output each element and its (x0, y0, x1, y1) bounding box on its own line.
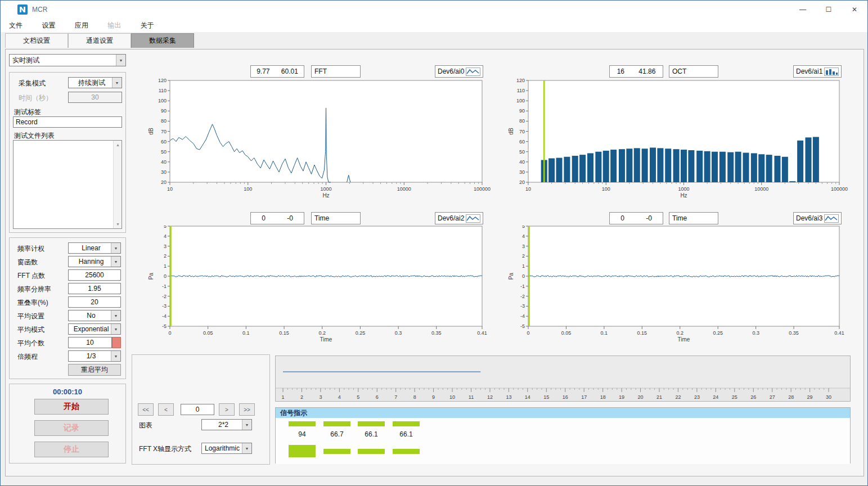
time-chart-ai3[interactable]: -5-4-3-2-101234500.050.10.150.20.250.30.… (507, 226, 853, 346)
freq-weighting-value: Linear (69, 244, 111, 252)
svg-text:120: 120 (516, 79, 525, 83)
page-prev-button[interactable]: < (158, 403, 174, 416)
time1-device-name: Dev6/ai2 (438, 214, 464, 222)
avg-setting-select[interactable]: No ▼ (68, 310, 121, 321)
svg-text:0.35: 0.35 (431, 330, 442, 336)
tab-data-acquisition[interactable]: 数据采集 (131, 33, 194, 48)
record-button: 记录 (34, 420, 109, 436)
avg-count-input[interactable] (68, 337, 112, 348)
minimize-button[interactable]: — (790, 1, 816, 19)
time1-type-box[interactable]: Time (311, 212, 361, 224)
svg-text:20: 20 (519, 179, 525, 185)
page-next-button[interactable]: > (219, 403, 235, 416)
menu-item-file[interactable]: 文件 (1, 19, 31, 33)
fft-type-box[interactable]: FFT (311, 65, 361, 78)
svg-text:13: 13 (506, 394, 511, 400)
avg-mode-select[interactable]: Exponential ▼ (68, 323, 121, 335)
time1-device-box[interactable]: Dev6/ai2 (435, 212, 483, 224)
time2-cursor-y: -0 (646, 214, 652, 222)
record-timeline-strip[interactable]: 1234567891011121314151617181920212223242… (275, 356, 851, 402)
svg-text:16: 16 (563, 394, 568, 400)
scroll-down-icon[interactable]: ▼ (114, 220, 122, 228)
page-first-button[interactable]: << (138, 403, 154, 416)
svg-text:11: 11 (469, 394, 474, 400)
oct-device-box[interactable]: Dev6/ai1 (793, 65, 842, 78)
time-chart-ai2[interactable]: -5-4-3-2-101234500.050.10.150.20.250.30.… (136, 226, 496, 346)
svg-text:-1: -1 (520, 284, 525, 289)
svg-text:20: 20 (161, 179, 167, 185)
scroll-up-icon[interactable]: ▲ (114, 141, 122, 149)
avg-setting-label: 平均设置 (17, 312, 44, 321)
svg-text:80: 80 (519, 118, 525, 124)
octave-chart[interactable]: 2030405060708090100110120101001000100001… (507, 79, 853, 201)
signal-meter (289, 421, 316, 426)
svg-text:1000: 1000 (320, 186, 331, 192)
avg-mode-label: 平均模式 (17, 325, 44, 335)
file-list-scrollbar[interactable]: ▲ ▼ (113, 141, 122, 228)
acq-mode-select[interactable]: 持续测试 ▼ (68, 77, 122, 88)
fft-points-input[interactable] (68, 269, 121, 281)
overlap-input[interactable] (68, 296, 121, 308)
close-button[interactable]: ✕ (842, 1, 867, 19)
fft-cursor-readout: 9.77 60.01 (250, 65, 304, 78)
menu-item-about[interactable]: 关于 (132, 19, 163, 33)
fft-points-label: FFT 点数 (17, 271, 45, 281)
menu-item-settings[interactable]: 设置 (33, 19, 64, 33)
test-file-list[interactable]: ▲ ▼ (13, 140, 122, 229)
test-label-input[interactable] (13, 116, 122, 128)
avg-mode-value: Exponential (69, 325, 111, 333)
fft-chart[interactable]: 2030405060708090100110120101001000100001… (136, 79, 496, 201)
bar-chart-icon (824, 68, 839, 76)
fft-device-box[interactable]: Dev6/ai0 (435, 65, 483, 78)
signal-meter (358, 421, 385, 426)
svg-text:25: 25 (732, 394, 737, 400)
svg-text:27: 27 (770, 394, 775, 400)
freq-weighting-select[interactable]: Linear ▼ (68, 242, 121, 254)
page-number-input[interactable] (181, 404, 214, 415)
octave-select[interactable]: 1/3 ▼ (68, 350, 121, 362)
chevron-down-icon: ▼ (111, 351, 120, 361)
svg-text:100: 100 (602, 186, 610, 192)
svg-text:Time: Time (320, 336, 332, 343)
tab-document-settings[interactable]: 文档设置 (5, 33, 68, 48)
svg-text:2: 2 (300, 394, 303, 400)
svg-text:50: 50 (519, 149, 525, 155)
svg-text:Time: Time (678, 336, 690, 343)
svg-text:23: 23 (694, 394, 700, 400)
test-mode-select[interactable]: 实时测试 ▼ (9, 54, 126, 66)
chevron-down-icon: ▼ (242, 443, 251, 453)
start-button[interactable]: 开始 (34, 399, 109, 415)
svg-text:7: 7 (394, 394, 397, 400)
svg-text:-2: -2 (162, 294, 167, 299)
svg-text:17: 17 (581, 394, 587, 400)
window-function-label: 窗函数 (17, 258, 38, 267)
fft-cursor-y: 60.01 (281, 68, 298, 75)
window-function-select[interactable]: Hanning ▼ (68, 256, 121, 267)
time2-type-box[interactable]: Time (669, 212, 718, 224)
svg-text:100: 100 (158, 98, 167, 104)
menu-bar: 文件 设置 应用 输出 关于 (1, 19, 867, 32)
signal-value: 66.1 (393, 430, 420, 438)
fft-axis-mode-select[interactable]: Logarithmic ▼ (201, 443, 252, 454)
svg-text:10: 10 (449, 394, 455, 400)
tab-channel-settings[interactable]: 通道设置 (68, 33, 131, 48)
svg-text:14: 14 (525, 394, 530, 400)
chart-layout-label: 图表 (139, 421, 152, 430)
chart-layout-select[interactable]: 2*2 ▼ (201, 419, 252, 430)
svg-text:0.1: 0.1 (601, 330, 608, 336)
restart-average-button[interactable]: 重启平均 (68, 364, 121, 376)
octave-label: 倍频程 (17, 352, 38, 362)
svg-text:26: 26 (750, 394, 756, 400)
page-last-button[interactable]: >> (239, 403, 255, 416)
line-chart-icon (466, 68, 480, 76)
avg-count-status-indicator (112, 337, 121, 348)
freq-resolution-input[interactable] (68, 283, 121, 294)
maximize-button[interactable]: ☐ (816, 1, 842, 19)
menu-item-application[interactable]: 应用 (66, 19, 97, 33)
svg-text:110: 110 (517, 88, 525, 93)
oct-type-box[interactable]: OCT (669, 65, 718, 78)
svg-text:8: 8 (413, 394, 416, 400)
time2-device-box[interactable]: Dev6/ai3 (793, 212, 842, 224)
signal-meter (393, 421, 420, 426)
signal-value: 94 (289, 430, 316, 438)
